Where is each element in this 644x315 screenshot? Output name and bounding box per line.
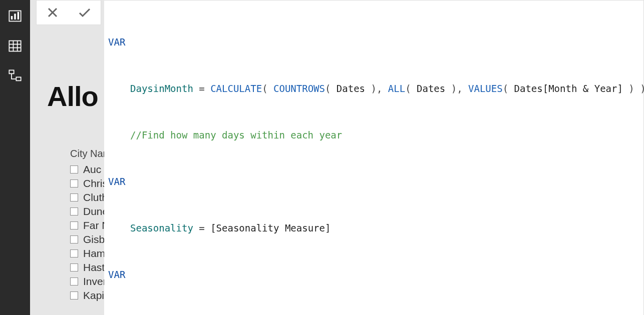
dax-varname: DaysinMonth xyxy=(130,83,193,94)
svg-rect-3 xyxy=(18,12,20,20)
checkbox-icon[interactable] xyxy=(70,180,78,188)
checkbox-icon[interactable] xyxy=(70,194,78,202)
svg-rect-1 xyxy=(11,16,13,20)
cancel-button[interactable] xyxy=(44,4,61,21)
svg-rect-4 xyxy=(9,41,21,52)
page-title: Allo xyxy=(47,80,98,112)
svg-rect-9 xyxy=(9,70,14,74)
dax-keyword-var: VAR xyxy=(108,36,125,48)
left-nav xyxy=(0,0,30,315)
checkbox-icon[interactable] xyxy=(70,236,78,244)
checkbox-icon[interactable] xyxy=(70,278,78,286)
formula-editor[interactable]: VAR DaysinMonth = CALCULATE( COUNTROWS( … xyxy=(104,0,644,315)
model-view-icon[interactable] xyxy=(8,69,22,83)
checkbox-icon[interactable] xyxy=(70,292,78,300)
dax-comment: //Find how many days within each year xyxy=(130,130,342,140)
slicer-item-label: Auc xyxy=(83,164,101,176)
svg-rect-2 xyxy=(14,14,16,20)
dax-func: CALCULATE xyxy=(210,83,262,94)
formula-confirm-bar xyxy=(36,0,101,25)
report-view-icon[interactable] xyxy=(8,9,22,23)
checkbox-icon[interactable] xyxy=(70,208,78,216)
data-view-icon[interactable] xyxy=(8,39,22,53)
report-canvas: Allo City Nar AucChristchurchCluthaDuned… xyxy=(30,0,644,315)
checkbox-icon[interactable] xyxy=(70,264,78,272)
checkbox-icon[interactable] xyxy=(70,250,78,258)
checkbox-icon[interactable] xyxy=(70,222,78,230)
checkbox-icon[interactable] xyxy=(70,166,78,174)
svg-rect-10 xyxy=(16,77,21,80)
commit-button[interactable] xyxy=(76,4,93,21)
